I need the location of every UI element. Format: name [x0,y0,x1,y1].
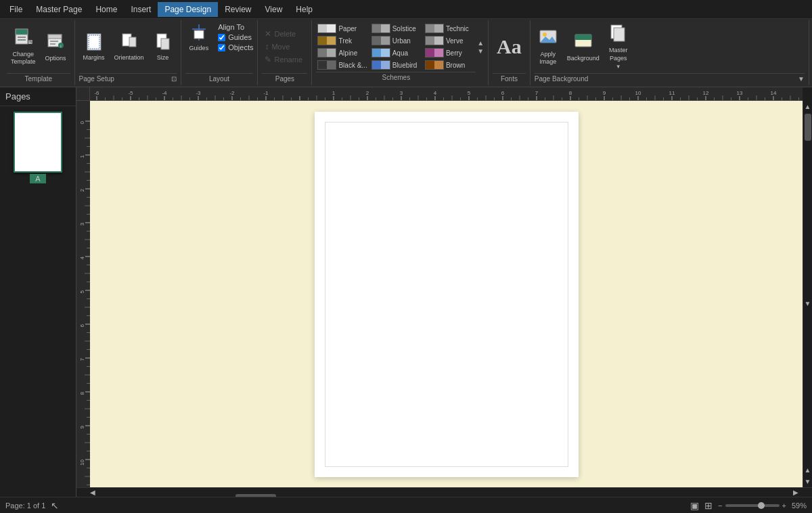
guides-checkbox-label[interactable]: Guides [218,33,253,41]
size-button[interactable]: Size [150,31,177,63]
menu-view[interactable]: View [258,2,290,17]
menu-home[interactable]: Home [89,2,124,17]
guides-checkbox[interactable] [218,34,225,41]
page-bg-label-text: Page Background [535,75,589,83]
page-bg-expand-icon[interactable]: ▼ [798,75,805,83]
margins-icon [87,33,102,53]
rename-button[interactable]: ✎ Rename [262,54,305,65]
margins-button[interactable]: Margins [79,31,109,63]
vertical-ruler-canvas [76,101,90,487]
size-icon [156,33,171,53]
background-button[interactable]: Background [563,30,604,64]
ribbon-group-pages: ✕ Delete ↕ Move ✎ Rename Pages [258,20,312,85]
master-pages-button[interactable]: Master Pages ▼ [605,22,632,72]
scheme-black-name: Black &... [338,62,367,69]
canvas-content[interactable] [90,101,803,487]
scheme-urban-name: Urban [392,37,411,45]
scheme-bluebird-name: Bluebird [392,62,418,69]
view-single-icon[interactable]: ▣ [690,500,699,511]
schemes-grid: Paper Solstice Techn [316,23,476,70]
scheme-berry[interactable]: Berry [424,47,476,58]
menu-master-page[interactable]: Master Page [29,2,89,17]
objects-checkbox[interactable] [218,44,225,51]
ruler-and-content: ▲ ▼ ▲ ▼ [76,101,812,487]
svg-point-22 [543,32,547,37]
view-multi-icon[interactable]: ⊞ [704,500,713,511]
horizontal-ruler-canvas [90,87,803,101]
delete-button[interactable]: ✕ Delete [262,28,298,39]
layout-group-items: Guides Align To Guides Objects [185,22,254,72]
page-bg-group-label: Page Background ▼ [535,73,805,84]
schemes-scroll-up[interactable]: ▲ [477,40,484,47]
scheme-aqua[interactable]: Aqua [370,47,422,58]
scheme-brown[interactable]: Brown [424,60,476,70]
scheme-trek[interactable]: Trek [316,35,368,46]
scrollbar-v-down[interactable]: ▼ [805,298,811,309]
horizontal-scrollbar: ◀ ▶ [76,487,812,497]
scheme-urban[interactable]: Urban [370,35,422,46]
menu-page-design[interactable]: Page Design [158,2,218,17]
objects-checkbox-label[interactable]: Objects [218,43,253,51]
zoom-track[interactable] [725,504,780,507]
change-template-button[interactable]: Change Template [7,26,40,68]
svg-rect-20 [194,30,204,39]
orientation-button[interactable]: Orientation [110,31,148,63]
ribbon-group-fonts: Aa Fonts [489,20,531,85]
scheme-black[interactable]: Black &... [316,60,368,70]
scheme-brown-swatch [425,60,444,70]
scheme-technic[interactable]: Technic [424,23,476,34]
scheme-alpine-name: Alpine [338,49,357,57]
canvas-inner-page [325,122,568,467]
scrollbar-h-left[interactable]: ◀ [90,489,95,496]
scheme-verve-name: Verve [446,37,464,45]
status-right: ▣ ⊞ − + 59% [690,500,807,511]
zoom-plus[interactable]: + [782,501,786,510]
scheme-solstice-name: Solstice [392,25,416,32]
svg-rect-12 [87,34,101,50]
fonts-group-label: Fonts [493,73,526,84]
size-label: Size [157,54,169,61]
scrollbar-v-up2[interactable]: ▲ [805,464,811,476]
guides-icon [191,24,206,43]
guides-button[interactable]: Guides [185,22,213,53]
scheme-verve[interactable]: Verve [424,35,476,46]
page-thumbnail [14,112,62,173]
scrollbar-h-right[interactable]: ▶ [793,489,798,496]
move-button[interactable]: ↕ Move [262,41,292,52]
scheme-paper[interactable]: Paper [316,23,368,34]
scrollbar-v-up[interactable]: ▲ [805,101,811,112]
scheme-alpine[interactable]: Alpine [316,47,368,58]
zoom-thumb[interactable] [758,502,765,509]
scrollbar-h-thumb[interactable] [235,494,276,497]
menu-help[interactable]: Help [289,2,319,17]
menu-bar: File Master Page Home Insert Page Design… [0,0,812,19]
scrollbar-v-down2[interactable]: ▼ [805,476,811,487]
menu-insert[interactable]: Insert [124,2,158,17]
zoom-minus[interactable]: − [718,501,722,510]
svg-rect-7 [48,35,62,39]
page-thumb-A[interactable]: A [14,112,62,183]
pages-group-items: ✕ Delete ↕ Move ✎ Rename [262,22,307,72]
menu-file[interactable]: File [3,2,29,17]
ribbon-group-page-bg: Apply Image Background [531,20,809,85]
status-left: Page: 1 of 1 ↖ [5,500,59,511]
menu-review[interactable]: Review [218,2,258,17]
guides-checkbox-text: Guides [228,33,252,41]
scheme-solstice[interactable]: Solstice [370,23,422,34]
options-icon: i [46,32,65,53]
ribbon-group-page-setup: Margins Orientation [75,20,181,85]
master-pages-icon [609,24,628,45]
scrollbar-v-thumb[interactable] [805,114,811,141]
scheme-aqua-name: Aqua [392,49,408,57]
change-template-icon [14,28,32,49]
svg-rect-15 [129,37,136,47]
align-to-label: Align To [218,23,253,31]
page-setup-expand-icon[interactable]: ⊡ [171,75,177,83]
schemes-scroll-down[interactable]: ▼ [477,48,484,55]
ribbon-group-template: Change Template i Options [3,20,75,85]
apply-image-button[interactable]: Apply Image [535,26,562,68]
scheme-bluebird[interactable]: Bluebird [370,60,422,70]
options-label: Options [45,55,66,62]
fonts-button[interactable]: Aa [493,33,526,60]
options-button[interactable]: i Options [41,30,70,64]
